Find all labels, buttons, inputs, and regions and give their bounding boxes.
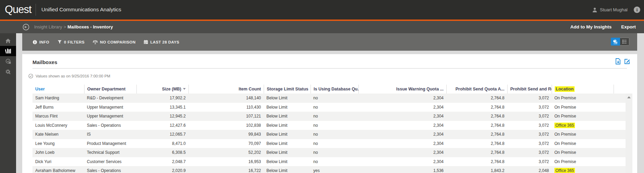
cell-user: Jeff Burns: [32, 103, 84, 112]
cell-size-mb: 17,902.2: [136, 94, 188, 103]
help-info-icon[interactable]: i: [634, 7, 640, 13]
table-view-toggle[interactable]: [620, 38, 629, 46]
filters-label: 0 FILTERS: [64, 40, 84, 44]
cell-size-mb: 6,308.5: [136, 148, 188, 157]
sidebar-item-schedules[interactable]: [0, 56, 16, 66]
cell-is-using-database-quota: no: [311, 130, 358, 139]
cell-location: On Premise: [552, 103, 614, 112]
cell-storage-limit-status: Below Limit: [264, 157, 311, 166]
cell-item-count: 99,843: [188, 130, 264, 139]
date-range-label: LAST 28 DAYS: [150, 40, 179, 44]
cell-location: On Premise: [552, 139, 614, 148]
comparison-button[interactable]: NO COMPARISON: [93, 40, 135, 45]
column-header-item-count[interactable]: Item Count: [188, 85, 264, 94]
column-header-label: Issue Warning Quota ...: [396, 87, 444, 91]
table-row[interactable]: Sam HardingR&D - Development17,902.2148,…: [32, 94, 626, 103]
cell-storage-limit-status: Below Limit: [264, 121, 311, 130]
vertical-scrollbar[interactable]: [626, 94, 632, 173]
column-header-storage-limit-status[interactable]: Storage Limit Status: [264, 85, 311, 94]
column-header-label: Prohibit Send and Rec...: [510, 87, 552, 91]
cell-is-using-database-quota: no: [311, 148, 358, 157]
cell-owner-department: IS: [84, 130, 136, 139]
cell-prohibit-send-and-receive: 3,072: [507, 157, 552, 166]
cell-size-mb: 13,345.1: [136, 103, 188, 112]
cell-owner-department: Sales - Operations: [84, 121, 136, 130]
mailboxes-card: Mailboxes Values shown as on 9/25/2016 7…: [22, 54, 637, 173]
cell-item-count: 16,953: [188, 157, 264, 166]
cell-storage-limit-status: Below Limit: [264, 139, 311, 148]
column-header-issue-warning-quota[interactable]: Issue Warning Quota ...: [358, 85, 446, 94]
card-divider: [32, 68, 627, 69]
cell-size-mb: 2,048.7: [136, 157, 188, 166]
cell-user: Dick Yuri: [32, 157, 84, 166]
cell-location: On Premise: [552, 112, 614, 121]
table-row[interactable]: Jeff BurnsUpper Management13,345.1110,43…: [32, 103, 626, 112]
sidebar-item-insight-library[interactable]: [0, 46, 16, 56]
download-document-icon[interactable]: [615, 58, 621, 64]
breadcrumb-current: Mailboxes - Inventory: [67, 24, 113, 29]
cell-issue-warning-quota: 2,304: [358, 121, 446, 130]
comparison-label: NO COMPARISON: [100, 40, 135, 44]
scroll-up-icon[interactable]: [627, 96, 631, 98]
cell-issue-warning-quota: 2,304: [358, 112, 446, 121]
cell-user: Sam Harding: [32, 94, 84, 103]
add-to-my-insights-button[interactable]: Add to My Insights: [570, 24, 612, 29]
column-header-is-using-database-quota[interactable]: Is Using Database Qu...: [311, 85, 358, 94]
column-header-user[interactable]: User: [32, 85, 84, 94]
card-title: Mailboxes: [32, 59, 57, 65]
cell-prohibit-send-quota: 1,843.2: [446, 166, 507, 173]
check-circle-icon: [28, 74, 33, 78]
table-header-row: UserOwner DepartmentSize (MB)Item CountS…: [32, 85, 626, 94]
cell-is-using-database-quota: no: [311, 139, 358, 148]
user-menu[interactable]: Stuart Mughal: [592, 0, 628, 20]
cell-location: Office 365: [552, 121, 614, 130]
back-button[interactable]: [23, 24, 29, 30]
logo-divider: [36, 4, 36, 16]
cell-owner-department: Upper Management: [84, 112, 136, 121]
cell-issue-warning-quota: 2,304: [358, 148, 446, 157]
cell-item-count: 52,202: [188, 148, 264, 157]
cell-issue-warning-quota: 2,304: [358, 94, 446, 103]
cell-owner-department: Product Management: [84, 139, 136, 148]
cell-owner-department: R&D - Development: [84, 94, 136, 103]
cell-storage-limit-status: Below Limit: [264, 103, 311, 112]
table-row[interactable]: John LoebTechnical Support6,308.552,202B…: [32, 148, 626, 157]
cell-owner-department: Technical Support: [84, 148, 136, 157]
cell-location: On Premise: [552, 130, 614, 139]
cell-prohibit-send-and-receive: 3,072: [507, 103, 552, 112]
column-header-owner-department[interactable]: Owner Department: [84, 85, 136, 94]
user-name: Stuart Mughal: [600, 7, 628, 12]
info-button[interactable]: INFO: [32, 40, 49, 45]
cell-prohibit-send-and-receive: 3,072: [507, 139, 552, 148]
table-row[interactable]: Dick YuriCustomer Services2,048.716,953B…: [32, 157, 626, 166]
sidebar-item-settings[interactable]: [0, 66, 16, 77]
cell-item-count: 70,097: [188, 139, 264, 148]
breadcrumb-parent[interactable]: Insight Library: [34, 24, 62, 29]
cell-storage-limit-status: Below Limit: [264, 166, 311, 173]
table-row[interactable]: Kate NielsenIS12,065.799,843Below Limitn…: [32, 130, 626, 139]
table-row[interactable]: Avraham BatholomewSales - Operations2,02…: [32, 166, 626, 173]
chart-view-toggle[interactable]: [611, 38, 620, 46]
insight-toolbar: INFO 0 FILTERS NO COMPARISON: [22, 33, 637, 51]
date-range-button[interactable]: LAST 28 DAYS: [144, 40, 179, 44]
app-title: Unified Communications Analytics: [41, 7, 121, 13]
column-header-filler: [614, 85, 626, 94]
column-header-location[interactable]: Location: [552, 85, 614, 94]
gear-icon: [5, 69, 11, 75]
filters-button[interactable]: 0 FILTERS: [57, 40, 84, 44]
info-label: INFO: [39, 40, 49, 44]
column-header-prohibit-send-quota[interactable]: Prohibit Send Quota A...: [446, 85, 507, 94]
export-button[interactable]: Export: [621, 24, 636, 29]
table-row[interactable]: Lee YoungProduct Management8,471.070,097…: [32, 139, 626, 148]
cell-size-mb: 12,065.7: [136, 130, 188, 139]
cell-prohibit-send-and-receive: 3,072: [507, 94, 552, 103]
column-header-size-mb[interactable]: Size (MB): [136, 85, 188, 94]
sidebar-item-home[interactable]: [0, 36, 16, 46]
cell-user: Louis McConnery: [32, 121, 84, 130]
cell-item-count: 148,140: [188, 94, 264, 103]
cell-prohibit-send-and-receive: 3,072: [507, 112, 552, 121]
table-row[interactable]: Marcus FlintUpper Management12,945.2107,…: [32, 112, 626, 121]
table-row[interactable]: Louis McConnerySales - Operations12,427.…: [32, 121, 626, 130]
column-header-prohibit-send-and-receive[interactable]: Prohibit Send and Rec...: [507, 85, 552, 94]
edit-icon[interactable]: [624, 58, 630, 64]
